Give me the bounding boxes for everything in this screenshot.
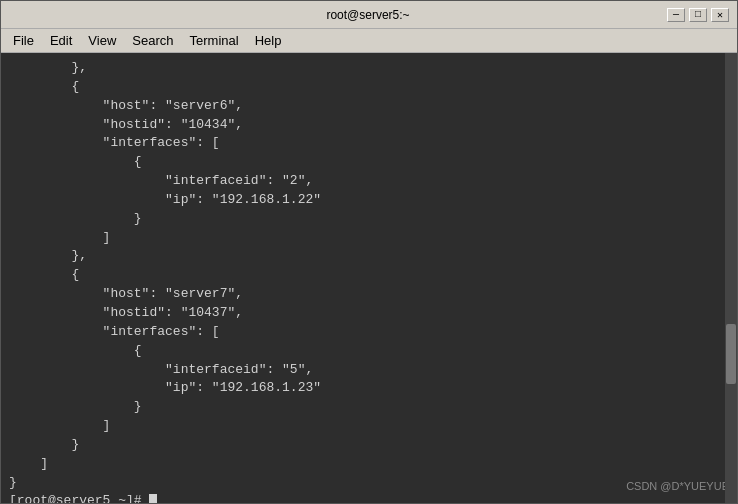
menu-file[interactable]: File <box>5 31 42 50</box>
title-bar: root@server5:~ — □ ✕ <box>1 1 737 29</box>
window-title: root@server5:~ <box>69 8 667 22</box>
maximize-button[interactable]: □ <box>689 8 707 22</box>
menu-bar: File Edit View Search Terminal Help <box>1 29 737 53</box>
close-button[interactable]: ✕ <box>711 8 729 22</box>
terminal-window: root@server5:~ — □ ✕ File Edit View Sear… <box>0 0 738 504</box>
menu-search[interactable]: Search <box>124 31 181 50</box>
window-controls: — □ ✕ <box>667 8 729 22</box>
terminal-output: }, { "host": "server6", "hostid": "10434… <box>9 59 729 503</box>
menu-view[interactable]: View <box>80 31 124 50</box>
menu-help[interactable]: Help <box>247 31 290 50</box>
terminal-cursor <box>149 494 157 503</box>
scrollbar-thumb[interactable] <box>726 324 736 384</box>
scrollbar[interactable] <box>725 53 737 503</box>
watermark: CSDN @D*YUEYUE <box>626 479 729 495</box>
menu-terminal[interactable]: Terminal <box>182 31 247 50</box>
menu-edit[interactable]: Edit <box>42 31 80 50</box>
minimize-button[interactable]: — <box>667 8 685 22</box>
terminal-body[interactable]: }, { "host": "server6", "hostid": "10434… <box>1 53 737 503</box>
